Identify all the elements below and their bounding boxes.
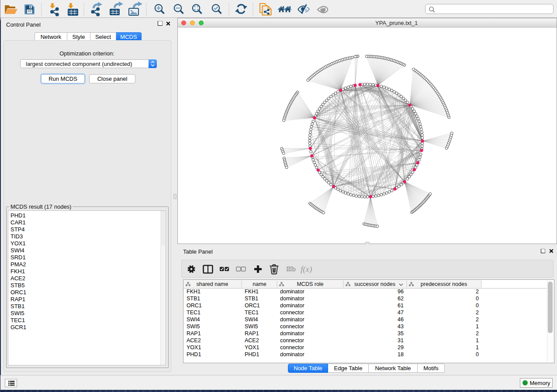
svg-text:successor nodes: successor nodes: [354, 281, 395, 287]
svg-text:MCDS role: MCDS role: [297, 281, 323, 287]
svg-text:name: name: [253, 281, 266, 287]
svg-text:shared name: shared name: [197, 281, 228, 287]
svg-text:f(x): f(x): [301, 265, 312, 274]
svg-text:predecessor nodes: predecessor nodes: [421, 281, 467, 287]
